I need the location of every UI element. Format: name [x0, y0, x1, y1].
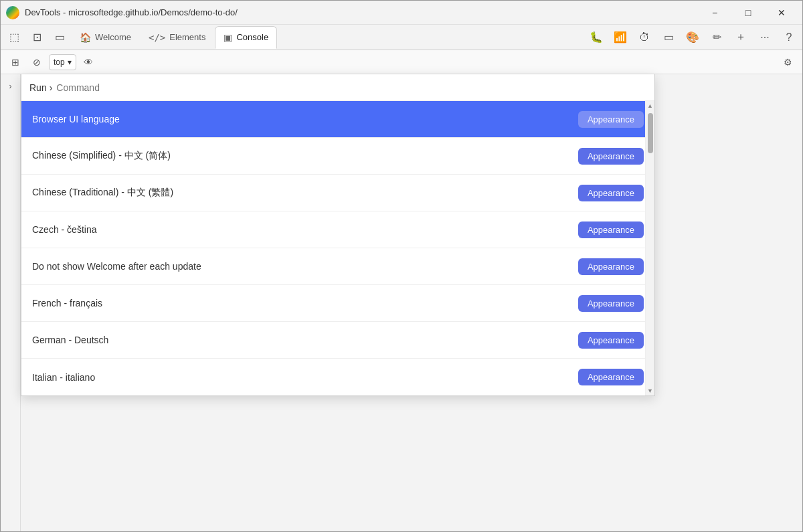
inspect-icon[interactable]: ⬚ [3, 28, 25, 47]
appearance-badge[interactable]: Appearance [578, 148, 644, 165]
appearance-badge[interactable]: Appearance [578, 332, 644, 349]
appearance-badge[interactable]: Appearance [578, 258, 644, 275]
tab-console[interactable]: ▣ Console [215, 26, 277, 49]
result-item-czech[interactable]: Czech - čeština Appearance [21, 211, 654, 248]
tab-welcome-label: Welcome [95, 32, 131, 42]
sidebar: › [1, 74, 21, 532]
maximize-button[interactable]: □ [733, 2, 764, 23]
layers-icon[interactable]: ▭ [658, 28, 679, 47]
more-tabs-icon[interactable]: ··· [754, 28, 776, 47]
result-label: Chinese (Simplified) - 中文 (简体) [32, 150, 171, 162]
dropdown-arrow-icon: ▾ [68, 58, 72, 67]
title-bar: DevTools - microsoftedge.github.io/Demos… [1, 1, 802, 25]
eye-icon[interactable]: 👁 [79, 54, 98, 71]
scroll-up-arrow[interactable]: ▲ [646, 101, 655, 110]
command-input-row: Run › [21, 74, 654, 101]
result-label: French - français [32, 298, 102, 308]
tab-bar-end: 🐛 📶 ⏱ ▭ 🎨 ✏ ＋ ··· ? [586, 28, 800, 47]
help-icon[interactable]: ? [778, 28, 800, 47]
appearance-badge[interactable]: Appearance [578, 185, 644, 201]
welcome-icon: 🏠 [80, 32, 91, 43]
app-icon [6, 6, 19, 19]
result-label: Chinese (Traditional) - 中文 (繁體) [32, 187, 173, 199]
context-label: top [54, 58, 65, 67]
results-list: Browser UI language Appearance Chinese (… [21, 101, 654, 395]
scroll-thumb[interactable] [648, 113, 653, 153]
tab-bar: ⬚ ⊡ ▭ 🏠 Welcome </> Elements ▣ Console 🐛… [1, 25, 802, 50]
pencil-icon[interactable]: ✏ [706, 28, 727, 47]
result-label: German - Deutsch [32, 335, 108, 345]
device-icon[interactable]: ⊡ [26, 28, 48, 47]
window-title: DevTools - microsoftedge.github.io/Demos… [25, 7, 699, 17]
result-item-chinese-simplified[interactable]: Chinese (Simplified) - 中文 (简体) Appearanc… [21, 138, 654, 175]
window-controls: − □ ✕ [699, 2, 797, 23]
main-layout: › Run › Browser UI language Appearance C… [1, 74, 802, 532]
bug-icon[interactable]: 🐛 [586, 28, 607, 47]
result-label: Do not show Welcome after each update [32, 261, 201, 272]
result-item-browser-ui-language[interactable]: Browser UI language Appearance [21, 101, 654, 138]
result-label: Italian - italiano [32, 372, 95, 383]
context-selector[interactable]: top ▾ [49, 54, 76, 70]
sidebar-icon[interactable]: ▭ [49, 28, 70, 47]
appearance-badge[interactable]: Appearance [578, 369, 644, 385]
console-icon: ▣ [224, 32, 232, 43]
dock-icon[interactable]: ⊞ [6, 54, 25, 71]
result-item-german[interactable]: German - Deutsch Appearance [21, 322, 654, 359]
performance-icon[interactable]: ⏱ [634, 28, 655, 47]
run-label: Run [29, 82, 47, 93]
elements-icon: </> [149, 32, 165, 43]
result-item-french[interactable]: French - français Appearance [21, 285, 654, 322]
result-label: Browser UI language [32, 114, 120, 124]
add-tab-icon[interactable]: ＋ [730, 28, 751, 47]
appearance-badge[interactable]: Appearance [578, 221, 644, 238]
scrollbar-track: ▲ ▼ [645, 101, 654, 395]
result-label: Czech - čeština [32, 224, 96, 235]
wifi-icon[interactable]: 📶 [610, 28, 631, 47]
result-item-italian[interactable]: Italian - italiano Appearance [21, 359, 654, 395]
appearance-badge[interactable]: Appearance [578, 111, 644, 128]
result-item-do-not-show[interactable]: Do not show Welcome after each update Ap… [21, 248, 654, 285]
scroll-down-arrow[interactable]: ▼ [646, 386, 655, 395]
tab-console-label: Console [236, 32, 268, 42]
appearance-badge[interactable]: Appearance [578, 295, 644, 312]
settings-icon[interactable]: ⚙ [778, 54, 797, 71]
tab-elements-label: Elements [169, 32, 205, 42]
clear-icon[interactable]: ⊘ [27, 54, 46, 71]
paint-icon[interactable]: 🎨 [682, 28, 703, 47]
minimize-button[interactable]: − [699, 2, 730, 23]
command-palette: Run › Browser UI language Appearance Chi… [21, 74, 655, 396]
result-item-chinese-traditional[interactable]: Chinese (Traditional) - 中文 (繁體) Appearan… [21, 175, 654, 211]
close-button[interactable]: ✕ [766, 2, 797, 23]
tab-welcome[interactable]: 🏠 Welcome [72, 26, 139, 49]
run-arrow: › [50, 82, 53, 93]
sidebar-expand-arrow[interactable]: › [4, 80, 17, 93]
toolbar: ⊞ ⊘ top ▾ 👁 ⚙ [1, 50, 802, 74]
command-input[interactable] [56, 82, 646, 93]
tab-elements[interactable]: </> Elements [141, 26, 214, 49]
